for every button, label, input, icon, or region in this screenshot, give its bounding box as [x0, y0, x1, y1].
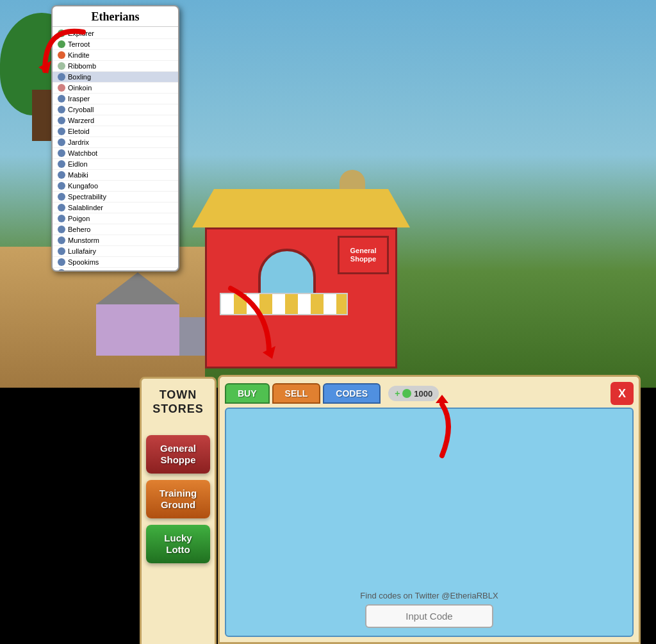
list-item[interactable]: Irasper — [53, 94, 178, 104]
list-item[interactable]: Warzerd — [53, 115, 178, 126]
coin-icon — [402, 389, 411, 398]
list-item[interactable]: Spookims — [53, 257, 178, 268]
list-item[interactable]: Lullafairy — [53, 246, 178, 257]
town-stores-title: TOWN STORES — [147, 388, 209, 416]
list-item[interactable]: Terroot — [53, 39, 178, 50]
list-item[interactable]: Spectrability — [53, 192, 178, 202]
list-item[interactable]: Kungafoo — [53, 181, 178, 192]
codes-content-area: Find codes on Twitter @EtheriaRBLX — [225, 408, 634, 637]
list-item[interactable]: Jardrix — [53, 137, 178, 148]
list-item[interactable]: Explorer — [53, 28, 178, 39]
etherians-panel: Etherians Explorer Terroot Kindite Ribbo… — [51, 5, 179, 272]
currency-display: + 1000 — [388, 386, 439, 401]
purple-house — [96, 279, 179, 356]
tab-bar: BUY SELL CODES + 1000 X — [220, 377, 639, 405]
list-item[interactable]: Munstorm — [53, 235, 178, 246]
input-code-field[interactable] — [365, 604, 493, 628]
training-ground-button[interactable]: Training Ground — [146, 480, 210, 518]
list-item[interactable]: Eidlon — [53, 159, 178, 170]
sell-tab[interactable]: SELL — [272, 383, 321, 404]
currency-amount: 1000 — [414, 389, 432, 399]
list-item[interactable]: Eletoid — [53, 126, 178, 137]
general-shoppe-button[interactable]: General Shoppe — [146, 435, 210, 474]
shoppe-sign: General Shoppe — [338, 236, 389, 274]
list-item[interactable]: Mabiki — [53, 170, 178, 181]
list-item[interactable]: Salablinder — [53, 202, 178, 213]
etherians-title: Etherians — [53, 6, 178, 27]
store-panel: TOWN STORES General Shoppe Training Grou… — [218, 375, 641, 644]
find-codes-text: Find codes on Twitter @EtheriaRBLX — [360, 591, 498, 600]
buy-tab[interactable]: BUY — [225, 383, 270, 404]
town-stores-sidebar: TOWN STORES General Shoppe Training Grou… — [140, 377, 217, 644]
list-item[interactable]: Poigon — [53, 213, 178, 224]
list-item[interactable]: Boxling — [53, 72, 178, 83]
codes-tab[interactable]: CODES — [323, 383, 381, 404]
plus-icon: + — [395, 388, 400, 399]
close-button[interactable]: X — [611, 382, 634, 405]
shoppe-building: General Shoppe — [192, 189, 410, 368]
list-item[interactable]: Kindite — [53, 50, 178, 61]
list-item[interactable]: Watchbot — [53, 148, 178, 159]
list-item[interactable]: Honumb — [53, 268, 178, 270]
list-item[interactable]: Oinkoin — [53, 83, 178, 94]
list-item[interactable]: Behero — [53, 224, 178, 235]
list-item[interactable]: Ribbomb — [53, 61, 178, 72]
etherians-list: Explorer Terroot Kindite Ribbomb Boxling… — [53, 27, 178, 270]
lucky-lotto-button[interactable]: Lucky Lotto — [146, 525, 210, 563]
list-item[interactable]: Cryoball — [53, 104, 178, 115]
